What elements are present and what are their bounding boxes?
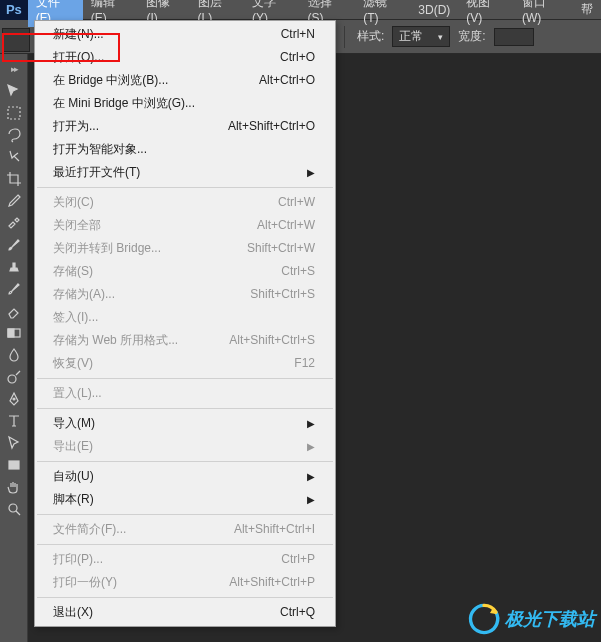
menubar: Ps 文件(F) 编辑(E) 图像(I) 图层(L) 文字(Y) 选择(S) 滤… <box>0 0 601 20</box>
menu-item: 打印(P)...Ctrl+P <box>35 548 335 571</box>
menu-item[interactable]: 退出(X)Ctrl+Q <box>35 601 335 624</box>
svg-rect-5 <box>9 461 19 469</box>
menu-item[interactable]: 新建(N)...Ctrl+N <box>35 23 335 46</box>
menu-item-shortcut: F12 <box>294 355 315 372</box>
menu-item: 存储(S)Ctrl+S <box>35 260 335 283</box>
dodge-tool[interactable] <box>2 366 26 388</box>
chevron-down-icon: ▾ <box>438 32 443 42</box>
menu-item[interactable]: 打开为...Alt+Shift+Ctrl+O <box>35 115 335 138</box>
healing-brush-tool[interactable] <box>2 212 26 234</box>
menu-item-label: 文件简介(F)... <box>53 521 126 538</box>
menu-view[interactable]: 视图(V) <box>458 0 514 27</box>
menu-item-label: 关闭并转到 Bridge... <box>53 240 161 257</box>
pen-tool[interactable] <box>2 388 26 410</box>
menu-item-shortcut: Alt+Ctrl+W <box>257 217 315 234</box>
menu-item-shortcut: Alt+Shift+Ctrl+S <box>229 332 315 349</box>
quick-select-tool[interactable] <box>2 146 26 168</box>
file-menu-dropdown: 新建(N)...Ctrl+N打开(O)...Ctrl+O在 Bridge 中浏览… <box>34 20 336 627</box>
submenu-arrow-icon: ▶ <box>307 468 315 485</box>
brush-tool[interactable] <box>2 234 26 256</box>
menu-separator <box>37 187 333 188</box>
zoom-tool[interactable] <box>2 498 26 520</box>
menu-item-label: 退出(X) <box>53 604 93 621</box>
history-brush-tool[interactable] <box>2 278 26 300</box>
svg-rect-2 <box>8 329 14 337</box>
menu-item-shortcut: Ctrl+O <box>280 49 315 66</box>
svg-point-4 <box>13 398 15 400</box>
style-select[interactable]: 正常 ▾ <box>392 26 450 47</box>
rectangle-tool[interactable] <box>2 454 26 476</box>
menu-item-shortcut: Shift+Ctrl+S <box>250 286 315 303</box>
marquee-tool[interactable] <box>2 102 26 124</box>
submenu-arrow-icon: ▶ <box>307 415 315 432</box>
menu-item-shortcut: Ctrl+S <box>281 263 315 280</box>
menu-item-label: 置入(L)... <box>53 385 102 402</box>
crop-tool[interactable] <box>2 168 26 190</box>
menu-item-shortcut: Alt+Shift+Ctrl+O <box>228 118 315 135</box>
menu-item: 置入(L)... <box>35 382 335 405</box>
menu-filter[interactable]: 滤镜(T) <box>355 0 410 27</box>
watermark-text: 极光下载站 <box>505 607 595 631</box>
hand-tool[interactable] <box>2 476 26 498</box>
menu-item[interactable]: 脚本(R)▶ <box>35 488 335 511</box>
tools-panel: ▸▸ <box>0 54 28 642</box>
menu-item-label: 打开(O)... <box>53 49 104 66</box>
menu-item-label: 导出(E) <box>53 438 93 455</box>
menu-item-label: 存储(S) <box>53 263 93 280</box>
menu-separator <box>37 514 333 515</box>
menu-separator <box>37 461 333 462</box>
menu-item-label: 关闭(C) <box>53 194 94 211</box>
submenu-arrow-icon: ▶ <box>307 438 315 455</box>
collapse-toggle[interactable]: ▸▸ <box>2 58 26 80</box>
menu-window[interactable]: 窗口(W) <box>514 0 573 27</box>
eraser-tool[interactable] <box>2 300 26 322</box>
menu-3d[interactable]: 3D(D) <box>410 1 458 19</box>
menu-item[interactable]: 在 Mini Bridge 中浏览(G)... <box>35 92 335 115</box>
menu-item[interactable]: 打开(O)...Ctrl+O <box>35 46 335 69</box>
menu-item: 存储为(A)...Shift+Ctrl+S <box>35 283 335 306</box>
width-field[interactable] <box>494 28 534 46</box>
menu-item-label: 签入(I)... <box>53 309 98 326</box>
menu-item-shortcut: Alt+Shift+Ctrl+P <box>229 574 315 591</box>
lasso-tool[interactable] <box>2 124 26 146</box>
menu-item[interactable]: 打开为智能对象... <box>35 138 335 161</box>
menu-item[interactable]: 导入(M)▶ <box>35 412 335 435</box>
menu-item[interactable]: 自动(U)▶ <box>35 465 335 488</box>
menu-item: 恢复(V)F12 <box>35 352 335 375</box>
type-tool[interactable] <box>2 410 26 432</box>
menu-item-label: 在 Bridge 中浏览(B)... <box>53 72 168 89</box>
menu-item-shortcut: Alt+Ctrl+O <box>259 72 315 89</box>
svg-point-3 <box>8 375 16 383</box>
active-tool-preview <box>2 28 30 52</box>
menu-item: 存储为 Web 所用格式...Alt+Shift+Ctrl+S <box>35 329 335 352</box>
menu-item-shortcut: Ctrl+P <box>281 551 315 568</box>
menu-item: 导出(E)▶ <box>35 435 335 458</box>
svg-point-6 <box>9 504 17 512</box>
clone-stamp-tool[interactable] <box>2 256 26 278</box>
menu-item-label: 最近打开文件(T) <box>53 164 140 181</box>
menu-item: 关闭全部Alt+Ctrl+W <box>35 214 335 237</box>
menu-separator <box>37 408 333 409</box>
menu-item-shortcut: Ctrl+Q <box>280 604 315 621</box>
menu-item[interactable]: 最近打开文件(T)▶ <box>35 161 335 184</box>
menu-item: 文件简介(F)...Alt+Shift+Ctrl+I <box>35 518 335 541</box>
gradient-tool[interactable] <box>2 322 26 344</box>
menu-item-shortcut: Shift+Ctrl+W <box>247 240 315 257</box>
menu-help[interactable]: 帮 <box>573 0 601 20</box>
move-tool[interactable] <box>2 80 26 102</box>
menu-item[interactable]: 在 Bridge 中浏览(B)...Alt+Ctrl+O <box>35 69 335 92</box>
menu-item-label: 新建(N)... <box>53 26 104 43</box>
menu-item: 打印一份(Y)Alt+Shift+Ctrl+P <box>35 571 335 594</box>
menu-item-label: 打印(P)... <box>53 551 103 568</box>
menu-item-label: 存储为(A)... <box>53 286 115 303</box>
menu-item-label: 在 Mini Bridge 中浏览(G)... <box>53 95 195 112</box>
blur-tool[interactable] <box>2 344 26 366</box>
menu-item-label: 打开为... <box>53 118 99 135</box>
style-value: 正常 <box>399 28 423 45</box>
watermark: 极光下载站 <box>467 602 595 636</box>
path-select-tool[interactable] <box>2 432 26 454</box>
width-label: 宽度: <box>458 28 485 45</box>
app-logo: Ps <box>0 0 28 20</box>
menu-item-shortcut: Ctrl+N <box>281 26 315 43</box>
eyedropper-tool[interactable] <box>2 190 26 212</box>
